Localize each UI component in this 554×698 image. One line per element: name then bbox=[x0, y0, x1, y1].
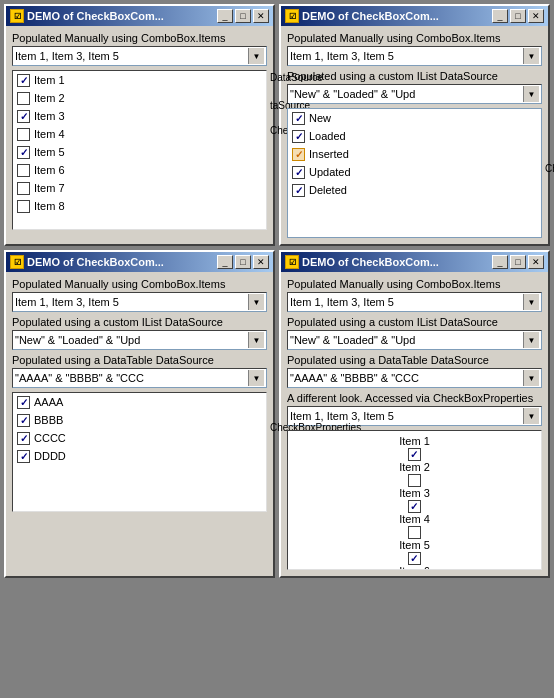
panel4-list[interactable]: Item 1 Item 2 Item 3 Item 4 bbox=[287, 430, 542, 570]
panel4-item[interactable]: Item 3 bbox=[399, 487, 430, 513]
list-item[interactable]: Deleted bbox=[288, 181, 541, 199]
window-top-left: ☑ DEMO of CheckBoxCom... _ □ ✕ Populated… bbox=[4, 4, 275, 246]
datatable-combo-3[interactable]: "AAAA" & "BBBB" & "CCC ▼ bbox=[12, 368, 267, 388]
list-item[interactable]: Updated bbox=[288, 163, 541, 181]
combo-arrow-ds-2[interactable]: ▼ bbox=[523, 86, 539, 102]
close-button-3[interactable]: ✕ bbox=[253, 255, 269, 269]
checkbox-p4-3[interactable] bbox=[408, 500, 421, 513]
checkbox-item2[interactable] bbox=[17, 92, 30, 105]
panel4-item[interactable]: Item 6 bbox=[399, 565, 430, 570]
list-item[interactable]: DDDD bbox=[13, 447, 266, 465]
checkbox-deleted[interactable] bbox=[292, 184, 305, 197]
list-item[interactable]: Item 2 bbox=[13, 89, 266, 107]
checkbox-updated[interactable] bbox=[292, 166, 305, 179]
datatable-combo-4[interactable]: "AAAA" & "BBBB" & "CCC ▼ bbox=[287, 368, 542, 388]
checkbox-aaaa[interactable] bbox=[17, 396, 30, 409]
panel3-list[interactable]: AAAA BBBB CCCC DDDD bbox=[12, 392, 267, 512]
maximize-button-4[interactable]: □ bbox=[510, 255, 526, 269]
panel4-item[interactable]: Item 1 bbox=[399, 435, 430, 461]
list-item[interactable]: Item 4 bbox=[13, 125, 266, 143]
panel1-list[interactable]: Item 1 Item 2 Item 3 Item 4 bbox=[12, 70, 267, 230]
datasource-combo-3[interactable]: "New" & "Loaded" & "Upd ▼ bbox=[12, 330, 267, 350]
combo-arrow-2[interactable]: ▼ bbox=[523, 48, 539, 64]
datasource-combo-row-4: "New" & "Loaded" & "Upd ▼ bbox=[287, 330, 542, 350]
minimize-button-4[interactable]: _ bbox=[492, 255, 508, 269]
manual-combo-4[interactable]: Item 1, Item 3, Item 5 ▼ bbox=[287, 292, 542, 312]
window-top-right: ☑ DEMO of CheckBoxCom... _ □ ✕ Populated… bbox=[279, 4, 550, 246]
minimize-button-2[interactable]: _ bbox=[492, 9, 508, 23]
list-item[interactable]: BBBB bbox=[13, 411, 266, 429]
checkbox-p4-1[interactable] bbox=[408, 448, 421, 461]
item-label: Item 6 bbox=[399, 565, 430, 570]
different-look-label: A different look. Accessed via CheckBoxP… bbox=[287, 392, 542, 404]
panel4-item[interactable]: Item 2 bbox=[399, 461, 430, 487]
checkbox-item6[interactable] bbox=[17, 164, 30, 177]
checkbox-item4[interactable] bbox=[17, 128, 30, 141]
title-text-1: DEMO of CheckBoxCom... bbox=[27, 10, 164, 22]
combo-arrow-3[interactable]: ▼ bbox=[248, 294, 264, 310]
close-button-2[interactable]: ✕ bbox=[528, 9, 544, 23]
title-bar-3: ☑ DEMO of CheckBoxCom... _ □ ✕ bbox=[6, 252, 273, 272]
close-button-1[interactable]: ✕ bbox=[253, 9, 269, 23]
checkbox-new[interactable] bbox=[292, 112, 305, 125]
combo-arrow-1[interactable]: ▼ bbox=[248, 48, 264, 64]
combo-arrow-4[interactable]: ▼ bbox=[523, 294, 539, 310]
manual-combo-row-4: Item 1, Item 3, Item 5 ▼ bbox=[287, 292, 542, 312]
datatable-combo-row-4: "AAAA" & "BBBB" & "CCC ▼ bbox=[287, 368, 542, 388]
list-item[interactable]: AAAA bbox=[13, 393, 266, 411]
datasource-combo-4[interactable]: "New" & "Loaded" & "Upd ▼ bbox=[287, 330, 542, 350]
checkbox-inserted[interactable] bbox=[292, 148, 305, 161]
app-icon-1: ☑ bbox=[10, 9, 24, 23]
list-item[interactable]: Item 8 bbox=[13, 197, 266, 215]
list-item[interactable]: Item 3 bbox=[13, 107, 266, 125]
app-icon-3: ☑ bbox=[10, 255, 24, 269]
combo-arrow-dt-3[interactable]: ▼ bbox=[248, 370, 264, 386]
item-label: Item 5 bbox=[34, 146, 65, 158]
item-label: Item 1 bbox=[34, 74, 65, 86]
manual-combo-2[interactable]: Item 1, Item 3, Item 5 ▼ bbox=[287, 46, 542, 66]
list-item[interactable]: Item 5 bbox=[13, 143, 266, 161]
minimize-button-1[interactable]: _ bbox=[217, 9, 233, 23]
panel4-item[interactable]: Item 4 bbox=[399, 513, 430, 539]
item-label: Item 2 bbox=[399, 461, 430, 473]
list-item[interactable]: Item 6 bbox=[13, 161, 266, 179]
close-button-4[interactable]: ✕ bbox=[528, 255, 544, 269]
item-label: New bbox=[309, 112, 331, 124]
checkbox-cccc[interactable] bbox=[17, 432, 30, 445]
checkbox-item3[interactable] bbox=[17, 110, 30, 123]
combo-arrow-ds-3[interactable]: ▼ bbox=[248, 332, 264, 348]
checkbox-item8[interactable] bbox=[17, 200, 30, 213]
combo-arrow-dl[interactable]: ▼ bbox=[523, 408, 539, 424]
manual-combo-1[interactable]: Item 1, Item 3, Item 5 ▼ bbox=[12, 46, 267, 66]
checkbox-p4-5[interactable] bbox=[408, 552, 421, 565]
datatable-label-3: Populated using a DataTable DataSource bbox=[12, 354, 267, 366]
checkbox-p4-2[interactable] bbox=[408, 474, 421, 487]
checkbox-item1[interactable] bbox=[17, 74, 30, 87]
checkbox-item5[interactable] bbox=[17, 146, 30, 159]
title-bar-1: ☑ DEMO of CheckBoxCom... _ □ ✕ bbox=[6, 6, 273, 26]
item-label: Updated bbox=[309, 166, 351, 178]
item-label: BBBB bbox=[34, 414, 63, 426]
panel3-list-container: AAAA BBBB CCCC DDDD CheckBoxPro bbox=[12, 392, 267, 512]
maximize-button-3[interactable]: □ bbox=[235, 255, 251, 269]
combo-arrow-ds-4[interactable]: ▼ bbox=[523, 332, 539, 348]
checkbox-item7[interactable] bbox=[17, 182, 30, 195]
list-item[interactable]: Item 7 bbox=[13, 179, 266, 197]
panel2-dropdown-list[interactable]: New Loaded Inserted Updated bbox=[287, 108, 542, 238]
maximize-button-1[interactable]: □ bbox=[235, 9, 251, 23]
checkbox-p4-4[interactable] bbox=[408, 526, 421, 539]
list-item[interactable]: Inserted bbox=[288, 145, 541, 163]
minimize-button-3[interactable]: _ bbox=[217, 255, 233, 269]
panel4-item[interactable]: Item 5 bbox=[399, 539, 430, 565]
maximize-button-2[interactable]: □ bbox=[510, 9, 526, 23]
list-item[interactable]: CCCC bbox=[13, 429, 266, 447]
checkbox-bbbb[interactable] bbox=[17, 414, 30, 427]
checkbox-dddd[interactable] bbox=[17, 450, 30, 463]
list-item[interactable]: Loaded bbox=[288, 127, 541, 145]
manual-combo-3[interactable]: Item 1, Item 3, Item 5 ▼ bbox=[12, 292, 267, 312]
combo-arrow-dt-4[interactable]: ▼ bbox=[523, 370, 539, 386]
checkbox-loaded[interactable] bbox=[292, 130, 305, 143]
list-item[interactable]: New bbox=[288, 109, 541, 127]
item-label: Item 1 bbox=[399, 435, 430, 447]
list-item[interactable]: Item 1 bbox=[13, 71, 266, 89]
